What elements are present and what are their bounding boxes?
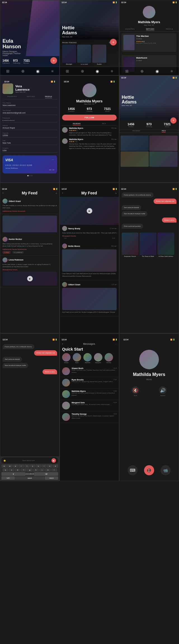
nav-home-icon[interactable]: ⊞: [6, 69, 10, 73]
keypad-button[interactable]: ⌨: [128, 465, 138, 475]
movie-card-beau-soleil[interactable]: Un Beau Soleil Intérieur: [157, 233, 174, 257]
nav-home-m[interactable]: ⊞: [125, 69, 129, 73]
hettie-stats-fab[interactable]: +: [170, 117, 176, 124]
value-address[interactable]: 43 Auer Rapid: [3, 127, 57, 130]
key-m[interactable]: m: [32, 472, 34, 476]
key-p[interactable]: p: [53, 464, 58, 468]
payment-card[interactable]: VISA ··· XXXX XXXX XXXX 6265 Jennie Matt…: [3, 155, 57, 173]
hettie-pic-1[interactable]: [121, 136, 149, 151]
key-v[interactable]: v: [29, 472, 30, 476]
key-shift[interactable]: ⬆: [1, 472, 25, 476]
nav-menu-icon[interactable]: ≡: [51, 69, 53, 73]
key-h[interactable]: h: [33, 468, 39, 472]
key-o[interactable]: o: [47, 464, 52, 468]
nav-home-icon-h[interactable]: ⊞: [66, 69, 69, 73]
hettie-fab-button[interactable]: +: [110, 39, 117, 45]
key-k[interactable]: k: [45, 468, 51, 472]
key-d[interactable]: d: [15, 468, 21, 472]
value-country[interactable]: USA: [3, 149, 57, 153]
qs-contact-2[interactable]: Ryan: [73, 353, 81, 363]
input-placeholder[interactable]: Nunc iectus eros: [22, 460, 35, 461]
movie-item-1[interactable]: Moonlight: [62, 45, 76, 65]
tab-favorites[interactable]: FAVORITES: [125, 28, 135, 31]
value-email[interactable]: vera.lawrence@gmail.com: [3, 112, 57, 115]
pics-tab[interactable]: PICS: [102, 123, 106, 125]
vera-tab-favorites[interactable]: FAVORITES: [8, 96, 17, 98]
key-space[interactable]: space: [15, 476, 45, 480]
video-button[interactable]: 📹: [161, 465, 171, 475]
filter-icon[interactable]: ⊙: [56, 192, 57, 194]
messages-more-icon[interactable]: ···: [115, 343, 117, 345]
follow-button[interactable]: FOLLOW: [62, 115, 117, 120]
call-option-mute[interactable]: 🔇 Mute: [131, 386, 139, 396]
movie-card-martian[interactable]: The Martian 2h 24min ★★★★ 8.1 Adventure,…: [122, 33, 176, 52]
hamburger-icon[interactable]: ≡: [3, 192, 4, 194]
nav-search-m[interactable]: ⊕: [140, 69, 144, 73]
key-c[interactable]: c: [28, 472, 29, 476]
tab-watched[interactable]: WATCHED: [146, 28, 154, 31]
send-button[interactable]: ▶: [51, 458, 56, 463]
hettie-pic-3[interactable]: [121, 151, 149, 167]
play-button-linna[interactable]: ▶: [27, 276, 33, 281]
movie-card-shape-water[interactable]: The Shape of Water: [140, 233, 156, 257]
key-f[interactable]: f: [21, 468, 27, 472]
value-your-name[interactable]: Vera Lawrence: [3, 104, 57, 107]
reviews-tab[interactable]: REVIEWS: [73, 123, 81, 125]
end-call-button[interactable]: 📵: [144, 465, 154, 475]
hettie-pics-tab[interactable]: PICS: [162, 130, 166, 132]
key-z[interactable]: z: [26, 472, 27, 476]
key-r[interactable]: r: [18, 464, 24, 468]
key-w[interactable]: w: [7, 464, 12, 468]
nav-search-icon-h[interactable]: ⊕: [81, 69, 84, 73]
nav-search-icon[interactable]: ⊕: [21, 69, 25, 73]
movie-card-deepwater[interactable]: Deepwater Horizon: [122, 233, 138, 257]
nav-menu-m[interactable]: ≡: [171, 69, 173, 73]
key-i[interactable]: i: [41, 464, 47, 468]
call-option-speaker[interactable]: 🔊 Speaker: [159, 386, 167, 396]
key-return[interactable]: return: [45, 476, 58, 480]
key-j[interactable]: j: [39, 468, 45, 472]
msg-list-timothy[interactable]: Timothy George 4:14 Aenean tincidunt fel…: [60, 411, 119, 423]
msg-list-ryan[interactable]: Ryan Brooks 7:14 Praesent eu, adipiscing…: [60, 377, 119, 389]
hettie-pic-2[interactable]: [149, 136, 178, 151]
message-input[interactable]: 🙂 Nunc iectus eros ▶: [1, 457, 58, 464]
hamburger-icon-r[interactable]: ≡: [62, 192, 63, 194]
qs-contact-5[interactable]: Timothy: [105, 353, 113, 363]
hettie-reviews-tab[interactable]: REVIEWS: [133, 130, 140, 132]
key-nums[interactable]: 123: [1, 476, 15, 480]
key-s[interactable]: s: [9, 468, 15, 472]
tab-profile[interactable]: PROFILE: [166, 28, 173, 31]
key-l[interactable]: l: [51, 468, 57, 472]
nav-profile-icon[interactable]: ◉: [36, 69, 39, 73]
qs-contact-4[interactable]: Margaret: [94, 353, 102, 363]
hettie-pic-4[interactable]: [149, 151, 178, 167]
movie-item-3[interactable]: Dunkirk: [92, 45, 106, 65]
key-a[interactable]: a: [3, 468, 8, 472]
key-q[interactable]: q: [1, 464, 7, 468]
movie-item-2[interactable]: La La Land: [77, 45, 91, 65]
value-city[interactable]: New York: [3, 142, 57, 145]
msg-list-mathilda[interactable]: Mathilda Myers 6:30 Aenean sed urna pell…: [60, 389, 119, 400]
card-menu-icon[interactable]: ···: [52, 158, 54, 161]
nav-profile-m[interactable]: ◉: [156, 69, 159, 73]
key-e[interactable]: e: [13, 464, 18, 468]
qs-contact-1[interactable]: Shawn: [62, 353, 70, 363]
msg-list-margaret[interactable]: Margaret Soto 5:14 Cole Mason quis nunc,…: [60, 400, 119, 411]
like-button-hunter[interactable]: 1 LIKED: [3, 251, 11, 254]
comment-button-hunter[interactable]: 21 COMMENT: [12, 251, 24, 254]
filter-icon-r[interactable]: ⊙: [115, 192, 117, 194]
messages-menu-icon[interactable]: ≡: [62, 343, 63, 345]
vera-tab-profile[interactable]: PROFILE: [45, 96, 52, 98]
value-password[interactable]: ••••••••••: [3, 119, 57, 122]
key-u[interactable]: u: [36, 464, 41, 468]
key-t[interactable]: t: [24, 464, 30, 468]
msg-list-shawn[interactable]: Shawn Bush 8:14 Hello! How are you? Null…: [60, 366, 119, 377]
key-n[interactable]: n: [31, 472, 32, 476]
key-delete[interactable]: ⌫: [34, 472, 58, 476]
play-button-nancy[interactable]: ▶: [87, 208, 92, 214]
nav-menu-icon-h[interactable]: ≡: [111, 69, 113, 73]
nav-profile-icon-h[interactable]: ◉: [96, 69, 99, 73]
key-g[interactable]: g: [27, 468, 33, 472]
key-y[interactable]: y: [30, 464, 35, 468]
vera-tab-watched[interactable]: WATCHED: [27, 96, 35, 98]
